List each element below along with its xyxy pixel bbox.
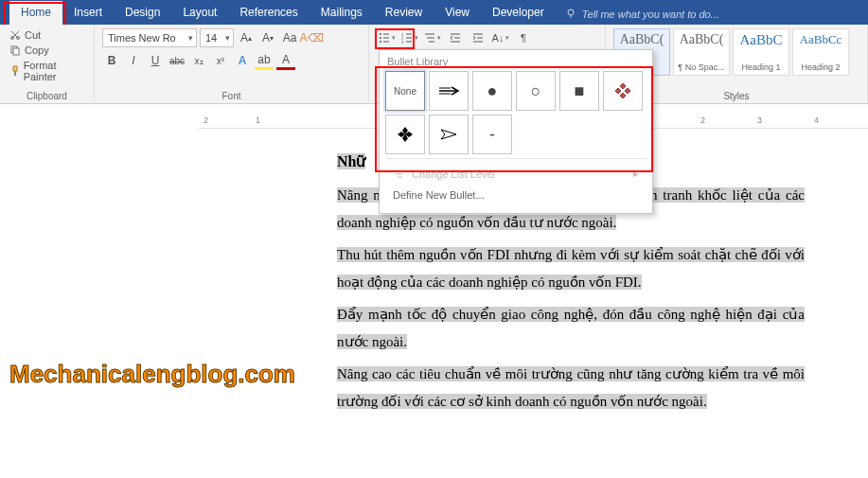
paintbrush-icon bbox=[9, 65, 20, 77]
doc-heading: Nhữ bbox=[337, 153, 365, 169]
bullet-dash[interactable]: - bbox=[472, 115, 512, 154]
highlight-button[interactable]: ab bbox=[255, 51, 274, 70]
style-no-spacing[interactable]: AaBbC( ¶ No Spac... bbox=[673, 28, 730, 76]
ruler-tick: 4 bbox=[814, 115, 819, 125]
tell-me-placeholder: Tell me what you want to do... bbox=[582, 9, 719, 20]
style-name: Heading 1 bbox=[741, 62, 780, 72]
svg-rect-7 bbox=[14, 71, 16, 76]
svg-point-12 bbox=[380, 41, 381, 43]
style-preview: AaBbC( bbox=[620, 32, 664, 47]
tabs-container: Home Insert Design Layout References Mai… bbox=[9, 1, 556, 25]
clover-icon bbox=[397, 126, 414, 143]
change-list-level-label: Change List Level bbox=[412, 168, 495, 180]
define-new-bullet-label: Define New Bullet... bbox=[393, 189, 485, 201]
ruler-tick: 3 bbox=[757, 115, 762, 125]
font-size-value: 14 bbox=[205, 32, 217, 44]
style-heading1[interactable]: AaBbC Heading 1 bbox=[733, 28, 789, 76]
style-name: Heading 2 bbox=[801, 62, 840, 72]
show-marks-button[interactable]: ¶ bbox=[513, 28, 534, 47]
style-preview: AaBbC( bbox=[680, 32, 724, 47]
svg-point-8 bbox=[380, 33, 381, 35]
bullet-arrowhead[interactable] bbox=[429, 115, 469, 154]
decrease-indent-button[interactable] bbox=[445, 28, 466, 47]
tab-view[interactable]: View bbox=[434, 1, 481, 25]
scissors-icon bbox=[9, 29, 21, 41]
copy-icon bbox=[9, 44, 21, 56]
list-level-icon bbox=[393, 169, 404, 179]
doc-paragraph-2: Thu hút thêm nguồn vốn FDI nhưng đi kèm … bbox=[337, 247, 805, 290]
bullets-icon bbox=[379, 32, 390, 44]
style-preview: AaBbC bbox=[740, 32, 783, 48]
subscript-button[interactable]: x₂ bbox=[189, 51, 208, 70]
bullet-disc[interactable]: ● bbox=[472, 71, 512, 111]
bold-button[interactable]: B bbox=[102, 51, 121, 70]
tab-developer[interactable]: Developer bbox=[481, 1, 556, 25]
tab-insert[interactable]: Insert bbox=[62, 1, 114, 25]
tab-review[interactable]: Review bbox=[374, 1, 434, 25]
grow-font-button[interactable]: A▴ bbox=[237, 28, 256, 47]
group-label-font: Font bbox=[102, 91, 361, 103]
bullets-button[interactable] bbox=[377, 28, 398, 47]
group-font: Times New Ro 14 A▴ A▾ Aa A⌫ B I U abc x₂… bbox=[95, 25, 369, 103]
change-case-button[interactable]: Aa bbox=[280, 28, 299, 47]
tab-mailings[interactable]: Mailings bbox=[310, 1, 374, 25]
bullet-library-header: Bullet Library bbox=[385, 54, 647, 71]
style-heading2[interactable]: AaBbCc Heading 2 bbox=[792, 28, 849, 76]
increase-indent-button[interactable] bbox=[468, 28, 488, 47]
outdent-icon bbox=[450, 32, 461, 44]
indent-icon bbox=[472, 32, 484, 44]
clear-formatting-button[interactable]: A⌫ bbox=[302, 28, 321, 47]
font-name-combo[interactable]: Times New Ro bbox=[102, 28, 197, 47]
bullet-square[interactable]: ■ bbox=[559, 71, 599, 111]
copy-label: Copy bbox=[25, 44, 49, 56]
numbering-icon: 123 bbox=[401, 32, 413, 44]
format-painter-button[interactable]: Format Painter bbox=[8, 59, 86, 83]
arrowhead-icon bbox=[439, 128, 458, 141]
change-list-level: Change List Level ▸ bbox=[385, 163, 647, 185]
bullet-library-popup: Bullet Library None ● ○ ■ - Change List … bbox=[379, 49, 653, 214]
group-clipboard: Cut Copy Format Painter Clipboard bbox=[0, 25, 95, 103]
shrink-font-button[interactable]: A▾ bbox=[258, 28, 277, 47]
group-label-clipboard: Clipboard bbox=[8, 91, 86, 103]
bullet-diamonds-black[interactable] bbox=[385, 115, 425, 154]
svg-rect-6 bbox=[13, 66, 17, 71]
multilevel-list-button[interactable] bbox=[422, 28, 443, 47]
cut-label: Cut bbox=[25, 29, 41, 41]
ruler-tick: 1 bbox=[256, 115, 260, 125]
svg-rect-5 bbox=[13, 48, 19, 55]
define-new-bullet[interactable]: Define New Bullet... bbox=[385, 185, 647, 205]
bullet-4diamond[interactable] bbox=[603, 71, 643, 111]
font-size-combo[interactable]: 14 bbox=[200, 28, 234, 47]
tab-references[interactable]: References bbox=[228, 1, 309, 25]
cut-button[interactable]: Cut bbox=[8, 28, 86, 42]
ruler-tick: 2 bbox=[204, 115, 208, 125]
strikethrough-button[interactable]: abc bbox=[168, 51, 186, 70]
bullet-circle[interactable]: ○ bbox=[516, 71, 556, 111]
style-name: ¶ No Spac... bbox=[678, 62, 724, 72]
bullet-arrow[interactable] bbox=[429, 71, 469, 111]
tab-home[interactable]: Home bbox=[9, 1, 62, 25]
lightbulb-icon bbox=[565, 9, 576, 20]
font-color-button[interactable]: A bbox=[276, 51, 295, 70]
svg-text:3: 3 bbox=[401, 40, 404, 44]
superscript-button[interactable]: x² bbox=[211, 51, 230, 70]
text-effects-button[interactable]: A bbox=[233, 51, 252, 70]
svg-point-10 bbox=[380, 37, 381, 39]
bullet-none[interactable]: None bbox=[385, 71, 425, 111]
svg-point-0 bbox=[568, 9, 574, 15]
italic-button[interactable]: I bbox=[124, 51, 143, 70]
tab-design[interactable]: Design bbox=[114, 1, 171, 25]
tell-me-search[interactable]: Tell me what you want to do... bbox=[556, 4, 868, 25]
multilevel-icon bbox=[424, 32, 435, 44]
arrow-bullet-icon bbox=[437, 85, 460, 97]
doc-paragraph-3: Đẩy mạnh tốc độ chuyển giao công nghệ, đ… bbox=[337, 307, 805, 349]
numbering-button[interactable]: 123 bbox=[399, 28, 420, 47]
format-painter-label: Format Painter bbox=[24, 60, 84, 82]
style-preview: AaBbCc bbox=[800, 32, 842, 47]
underline-button[interactable]: U bbox=[146, 51, 165, 70]
font-name-value: Times New Ro bbox=[108, 32, 176, 44]
doc-paragraph-4: Nâng cao các tiêu chuẩn về môi trường cũ… bbox=[337, 366, 805, 409]
copy-button[interactable]: Copy bbox=[8, 44, 86, 57]
sort-button[interactable]: A↓ bbox=[490, 28, 511, 47]
tab-layout[interactable]: Layout bbox=[171, 1, 228, 25]
